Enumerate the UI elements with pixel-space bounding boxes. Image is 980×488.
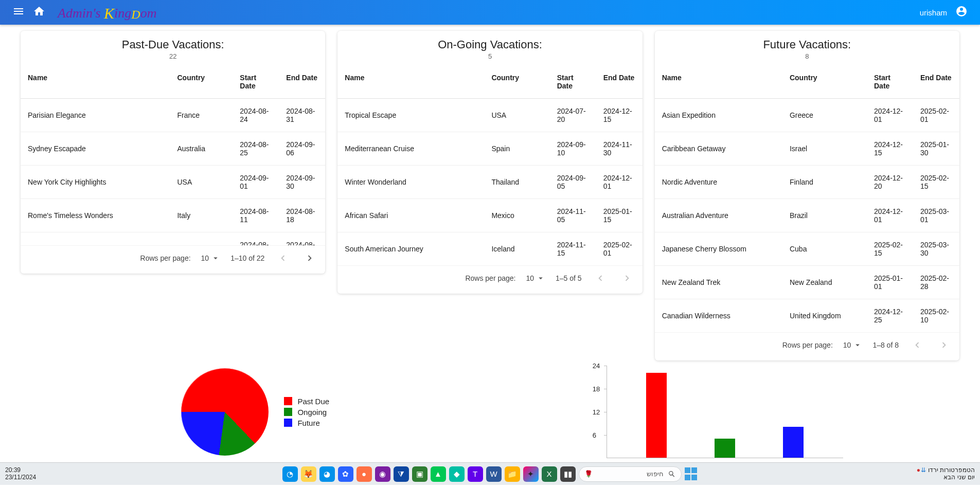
bar-future	[783, 427, 804, 458]
card-title: Past-Due Vacations:	[25, 38, 321, 51]
table-row[interactable]: Japanese Cherry BlossomCuba2025-02-15202…	[655, 232, 959, 266]
taskbar-app-icon[interactable]: ✦	[523, 466, 539, 482]
legend-item: Ongoing	[284, 408, 329, 417]
card-title: Future Vacations:	[659, 38, 955, 51]
ongoing-card: On-Going Vacations:5NameCountryStart Dat…	[337, 31, 642, 294]
vacation-table: NameCountryStart DateEnd DateAsian Exped…	[655, 65, 959, 332]
column-header[interactable]: End Date	[279, 65, 325, 99]
vacation-table: NameCountryStart DateEnd DateTropical Es…	[337, 65, 642, 265]
table-row[interactable]: Canadian WildernessUnited Kingdom2024-12…	[655, 299, 959, 333]
app-bar: Admin's KingDom urisham	[0, 0, 980, 25]
column-header[interactable]: Name	[337, 65, 484, 99]
legend-label: Future	[297, 419, 319, 427]
column-header[interactable]: Start Date	[550, 65, 596, 99]
taskbar-app-icon[interactable]: 🦊	[301, 466, 316, 482]
menu-icon	[12, 5, 25, 20]
table-row[interactable]: Caribbean GetawayIsrael2024-12-152025-01…	[655, 132, 959, 166]
taskbar-app-icon[interactable]: 📁	[505, 466, 520, 482]
prev-page-button	[592, 270, 609, 286]
page-range: 1–10 of 22	[230, 254, 264, 262]
chevron-left-icon	[912, 339, 923, 351]
chevron-right-icon	[304, 252, 315, 264]
taskbar-app-icon[interactable]: ⧩	[394, 466, 409, 482]
taskbar-app-icon[interactable]: ▣	[412, 466, 427, 482]
column-header[interactable]: Country	[484, 65, 549, 99]
table-paginator: Rows per page:101–5 of 5	[337, 265, 642, 294]
card-count: 5	[342, 52, 638, 60]
taskbar-app-icon[interactable]: W	[486, 466, 502, 482]
chevron-right-icon	[621, 273, 633, 284]
column-header[interactable]: Country	[782, 65, 867, 99]
legend-swatch	[284, 397, 292, 405]
page-range: 1–5 of 5	[556, 274, 582, 282]
taskbar-app-icon[interactable]: ◆	[449, 466, 465, 482]
table-row[interactable]: Tropical EscapeUSA2024-07-202024-12-15	[337, 99, 642, 132]
rows-per-page-select[interactable]: 10	[526, 274, 545, 283]
taskbar-app-icon[interactable]: X	[542, 466, 557, 482]
app-logo: Admin's KingDom	[58, 4, 156, 21]
table-row[interactable]: Rome's Timeless WondersItaly2024-08-1120…	[21, 199, 325, 232]
pie-chart: Past DueOngoingFuture	[181, 366, 329, 458]
taskbar-weather[interactable]: הטמפרטורות ירדו ⇊ ● יום שני הבא	[916, 467, 975, 481]
table-row[interactable]: New York City HighlightsUSA2024-09-01202…	[21, 166, 325, 199]
account-circle-icon	[955, 5, 968, 20]
next-page-button[interactable]	[301, 250, 318, 266]
menu-button[interactable]	[8, 2, 29, 23]
card-title: On-Going Vacations:	[342, 38, 638, 51]
taskbar-app-icon[interactable]: ◔	[282, 466, 298, 482]
card-count: 8	[659, 52, 955, 60]
column-header[interactable]: Start Date	[867, 65, 913, 99]
table-row[interactable]: Mediterranean CruiseSpain2024-09-102024-…	[337, 132, 642, 166]
taskbar-app-icon[interactable]: ◕	[319, 466, 335, 482]
column-header[interactable]: Country	[170, 65, 233, 99]
taskbar-app-icon[interactable]: ◉	[375, 466, 390, 482]
legend-swatch	[284, 419, 292, 427]
table-row[interactable]: Asian ExpeditionGreece2024-12-012025-02-…	[655, 99, 959, 132]
column-header[interactable]: End Date	[596, 65, 643, 99]
rows-per-page-select[interactable]: 10	[843, 340, 863, 350]
taskbar-center: ◔ 🦊 ◕ ✿ ● ◉ ⧩ ▣ ▲ ◆ T W 📁 ✦ X ▮▮ 🌹 חיפוש	[282, 466, 698, 482]
os-taskbar: 20:39 23/11/2024 ◔ 🦊 ◕ ✿ ● ◉ ⧩ ▣ ▲ ◆ T W…	[0, 462, 980, 485]
table-row[interactable]: African SafariMexico2024-11-052025-01-15	[337, 199, 642, 232]
pie-graphic	[181, 368, 269, 456]
home-icon	[33, 5, 45, 20]
taskbar-clock[interactable]: 20:39 23/11/2024	[5, 467, 36, 481]
rows-per-page-label: Rows per page:	[782, 341, 833, 349]
column-header[interactable]: Name	[655, 65, 782, 99]
column-header[interactable]: Start Date	[233, 65, 279, 99]
rows-per-page-label: Rows per page:	[140, 254, 191, 262]
table-row[interactable]: New Zealand TrekNew Zealand2025-01-01202…	[655, 266, 959, 299]
table-row[interactable]: South American JourneyIceland2024-11-152…	[337, 232, 642, 266]
chevron-left-icon	[595, 273, 606, 284]
legend-label: Ongoing	[297, 408, 327, 417]
column-header[interactable]: End Date	[913, 65, 959, 99]
chevron-left-icon	[277, 252, 289, 264]
table-paginator: Rows per page:101–8 of 8	[655, 332, 959, 360]
table-row[interactable]: Winter WonderlandThailand2024-09-052024-…	[337, 166, 642, 199]
y-axis-tick: 24	[593, 362, 600, 370]
y-axis-tick: 18	[593, 385, 600, 393]
rows-per-page-select[interactable]: 10	[201, 254, 221, 263]
username-label: urisham	[920, 8, 947, 17]
legend-label: Past Due	[297, 397, 329, 406]
table-row[interactable]: Parisian EleganceFrance2024-08-242024-08…	[21, 99, 325, 132]
column-header[interactable]: Name	[21, 65, 170, 99]
taskbar-search[interactable]: 🌹 חיפוש	[579, 466, 682, 482]
taskbar-app-icon[interactable]: ✿	[338, 466, 353, 482]
taskbar-app-icon[interactable]: ●	[357, 466, 372, 482]
taskbar-search-icon-left: 🌹	[584, 470, 593, 478]
table-row[interactable]: Sydney EscapadeAustralia2024-08-252024-0…	[21, 132, 325, 166]
table-row[interactable]: Nakuru National ParkKenya2024-08-112024-…	[21, 232, 325, 246]
prev-page-button	[909, 337, 925, 353]
start-button[interactable]	[685, 467, 698, 481]
taskbar-app-icon[interactable]: ▮▮	[560, 466, 576, 482]
chevron-right-icon	[938, 339, 950, 351]
legend-swatch	[284, 408, 292, 416]
card-count: 22	[25, 52, 321, 60]
taskbar-app-icon[interactable]: ▲	[431, 466, 446, 482]
home-button[interactable]	[29, 2, 49, 23]
taskbar-app-icon[interactable]: T	[468, 466, 483, 482]
table-row[interactable]: Australian AdventureBrazil2024-12-012025…	[655, 199, 959, 232]
account-button[interactable]	[951, 2, 972, 23]
table-row[interactable]: Nordic AdventureFinland2024-12-202025-02…	[655, 166, 959, 199]
